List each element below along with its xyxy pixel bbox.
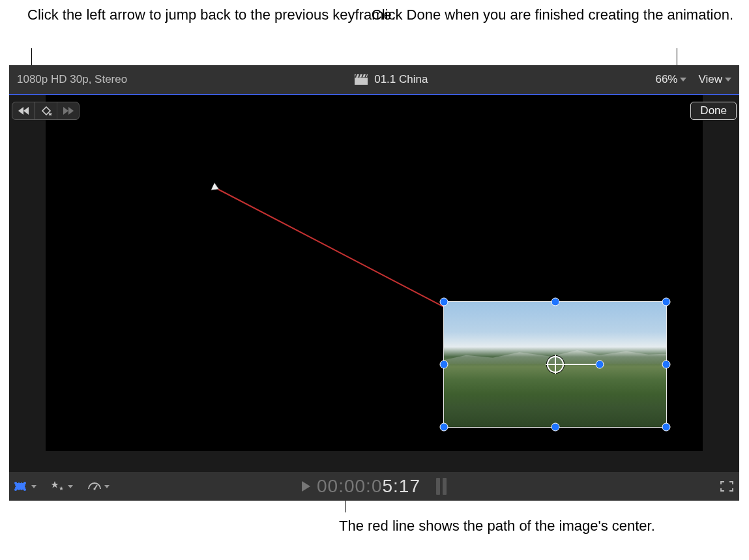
zoom-value: 66% [655,73,677,86]
clip-title: 01.1 China [374,73,428,86]
timecode-display[interactable]: 00:00:05:17 [302,476,447,497]
next-keyframe-button[interactable] [57,102,79,119]
timecode-active: 5:17 [382,476,420,497]
svg-rect-0 [355,78,368,85]
chevron-down-icon [104,485,110,488]
done-button[interactable]: Done [690,102,737,120]
transform-bounding-box[interactable] [443,301,667,428]
viewer-toolbar: 00:00:05:17 [9,472,739,501]
keyframe-nav-group [12,102,80,120]
transform-tool-dropdown[interactable] [14,480,37,492]
resize-handle-tr[interactable] [662,298,671,306]
timecode-dim: 00:00:0 [317,476,382,497]
resize-handle-bl[interactable] [440,423,448,432]
audio-skimmer-icon [436,478,447,495]
resize-handle-tm[interactable] [551,298,559,306]
prev-keyframe-button[interactable] [12,102,35,119]
svg-point-17 [14,488,17,491]
viewer-window: 1080p HD 30p, Stereo 01.1 China 66% [9,65,739,501]
svg-marker-11 [63,107,68,115]
zoom-dropdown[interactable]: 66% [655,73,686,86]
resize-handle-tl[interactable] [440,298,448,306]
clip-title-area[interactable]: 01.1 China [127,73,655,86]
clapper-icon [355,74,368,85]
fullscreen-button[interactable] [720,480,734,492]
svg-rect-14 [16,483,25,490]
svg-point-18 [23,488,26,491]
chevron-down-icon [680,78,686,81]
chevron-down-icon [68,485,73,488]
enhancements-dropdown[interactable] [51,480,73,493]
chevron-down-icon [31,485,37,488]
svg-marker-6 [23,107,29,115]
rotation-handle[interactable] [595,361,604,369]
view-label: View [698,73,722,86]
rotation-handle-line[interactable] [559,364,600,365]
callout-done: Click Done when you are finished creatin… [372,5,733,25]
resize-handle-br[interactable] [662,423,671,432]
chevron-down-icon [725,78,731,81]
resize-handle-bm[interactable] [551,423,559,432]
resize-handle-mr[interactable] [662,361,671,369]
callout-left-arrow: Click the left arrow to jump back to the… [27,5,396,25]
view-dropdown[interactable]: View [698,73,731,86]
svg-marker-20 [59,486,63,490]
svg-marker-19 [51,481,59,488]
svg-point-16 [23,482,26,484]
viewer-canvas[interactable]: Done [9,95,739,472]
retime-dropdown[interactable] [87,480,110,493]
resize-handle-ml[interactable] [440,361,448,369]
svg-point-15 [14,482,17,484]
svg-marker-7 [18,107,23,115]
viewer-header: 1080p HD 30p, Stereo 01.1 China 66% [9,65,739,94]
play-icon [302,481,310,492]
callout-red-line: The red line shows the path of the image… [339,516,655,536]
svg-marker-12 [68,107,74,115]
add-delete-keyframe-button[interactable] [35,102,57,119]
format-info-label: 1080p HD 30p, Stereo [17,73,127,86]
svg-point-22 [93,488,95,490]
